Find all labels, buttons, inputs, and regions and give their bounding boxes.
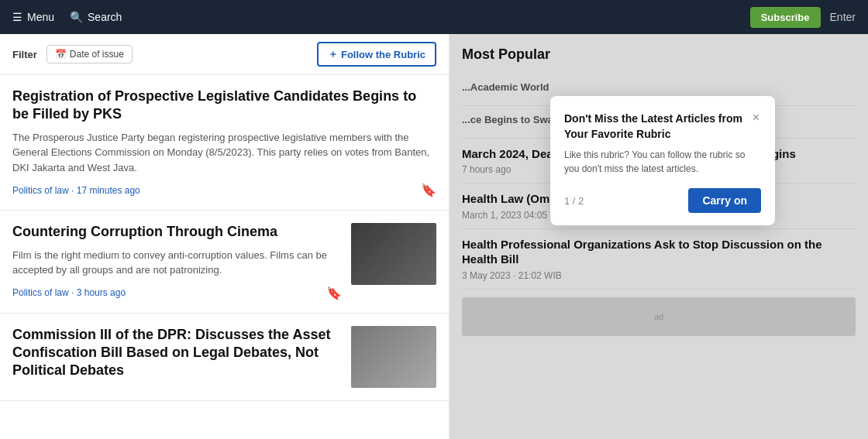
date-label: Date of issue [70,49,124,60]
modal-pagination: 1 / 2 [564,195,584,207]
article-item: Commission III of the DPR: Discusses the… [0,314,449,401]
article-text: Registration of Prospective Legislative … [12,87,436,197]
article-excerpt: The Prosperous Justice Party began regis… [12,130,436,176]
modal-header: Don't Miss the Latest Articles from Your… [564,111,761,142]
article-thumbnail [351,223,436,285]
modal-overlay: Don't Miss the Latest Articles from Your… [450,34,868,439]
plus-icon: ＋ [328,47,338,61]
subscribe-button[interactable]: Subscribe [750,7,821,28]
article-meta: Politics of law · 17 minutes ago 🔖 [12,183,436,197]
article-tag[interactable]: Politics of law · 17 minutes ago [12,185,140,196]
date-of-issue-button[interactable]: 📅 Date of issue [46,45,133,63]
search-label: Search [88,11,122,23]
main-layout: Filter 📅 Date of issue ＋ Follow the Rubr… [0,34,868,439]
modal-body: Like this rubric? You can follow the rub… [564,148,761,176]
site-header: ☰ Menu 🔍 Search Subscribe Enter [0,0,868,34]
header-right: Subscribe Enter [750,7,856,28]
article-thumbnail [351,326,436,388]
filter-bar: Filter 📅 Date of issue ＋ Follow the Rubr… [0,34,449,75]
filter-label: Filter [12,49,37,60]
dot-separator: · [71,185,77,196]
article-text: Commission III of the DPR: Discusses the… [12,326,342,388]
hamburger-icon: ☰ [12,11,22,23]
filter-left: Filter 📅 Date of issue [12,45,133,63]
carry-on-button[interactable]: Carry on [688,188,761,213]
article-excerpt: Film is the right medium to convey anti-… [12,248,342,278]
article-meta: Politics of law · 3 hours ago 🔖 [12,286,342,300]
bookmark-icon[interactable]: 🔖 [421,183,436,197]
article-list-column: Filter 📅 Date of issue ＋ Follow the Rubr… [0,34,450,439]
right-column: Most Popular ...Academic World ...ce Beg… [450,34,868,439]
calendar-icon: 📅 [55,49,67,60]
modal-backdrop [450,34,868,439]
bookmark-icon[interactable]: 🔖 [326,286,342,300]
modal-footer: 1 / 2 Carry on [564,188,761,213]
enter-link[interactable]: Enter [830,11,856,23]
modal-title: Don't Miss the Latest Articles from Your… [564,111,751,142]
article-title[interactable]: Commission III of the DPR: Discusses the… [12,326,342,380]
menu-button[interactable]: ☰ Menu [12,11,54,23]
dot-separator: · [71,287,77,298]
article-text: Countering Corruption Through Cinema Fil… [12,223,342,300]
follow-rubric-modal: Don't Miss the Latest Articles from Your… [550,96,775,225]
article-item: Countering Corruption Through Cinema Fil… [0,211,449,313]
article-title[interactable]: Registration of Prospective Legislative … [12,87,436,124]
article-item: Registration of Prospective Legislative … [0,75,449,211]
follow-rubric-button[interactable]: ＋ Follow the Rubric [317,42,436,67]
search-button[interactable]: 🔍 Search [70,11,122,23]
modal-close-button[interactable]: × [751,111,761,124]
follow-rubric-label: Follow the Rubric [341,49,425,60]
menu-label: Menu [27,11,54,23]
article-title[interactable]: Countering Corruption Through Cinema [12,223,342,241]
article-tag[interactable]: Politics of law · 3 hours ago [12,287,126,298]
header-left: ☰ Menu 🔍 Search [12,11,122,23]
search-icon: 🔍 [70,11,83,23]
